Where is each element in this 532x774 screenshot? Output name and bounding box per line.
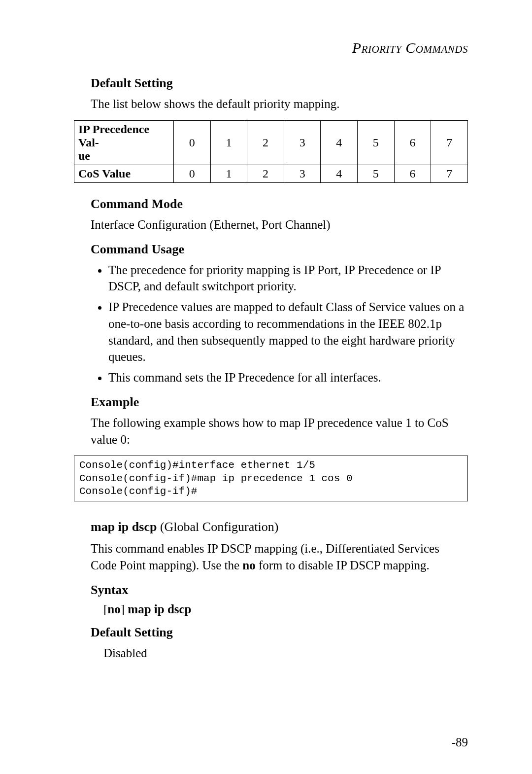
cell-value: 0 (174, 165, 211, 182)
list-item: IP Precedence values are mapped to defau… (108, 299, 468, 365)
command-name: map ip dscp (91, 520, 157, 534)
cell-value: 2 (247, 165, 284, 182)
cell-value: 1 (210, 165, 247, 182)
cell-value: 3 (284, 120, 321, 165)
console-block: Console(config)#interface ethernet 1/5 C… (74, 456, 468, 501)
heading-syntax: Syntax (91, 583, 468, 598)
syntax-line: [no] map ip dscp (103, 602, 468, 616)
command-mode-text: Interface Configuration (Ethernet, Port … (91, 216, 468, 233)
heading-command-mode: Command Mode (91, 197, 468, 211)
cell-value: 2 (247, 120, 284, 165)
cell-value: 3 (284, 165, 321, 182)
cell-value: 5 (358, 165, 395, 182)
example-intro: The following example shows how to map I… (91, 415, 468, 448)
command-context: (Global Configuration) (157, 520, 278, 534)
list-item: This command sets the IP Precedence for … (108, 369, 468, 386)
cell-value: 4 (321, 165, 358, 182)
command-description: This command enables IP DSCP mapping (i.… (91, 540, 468, 574)
list-item: The precedence for priority mapping is I… (108, 262, 468, 295)
heading-example: Example (91, 395, 468, 410)
table-row: CoS Value 0 1 2 3 4 5 6 7 (74, 165, 468, 182)
cell-value: 6 (394, 165, 431, 182)
page-number: -89 (452, 736, 468, 749)
heading-command-usage: Command Usage (91, 242, 468, 257)
running-head: Priority Commands (74, 39, 468, 56)
heading-default-setting: Default Setting (91, 76, 468, 91)
table-row: IP Precedence Val- ue 0 1 2 3 4 5 6 7 (74, 120, 468, 165)
default-setting-intro: The list below shows the default priorit… (91, 96, 468, 112)
cell-value: 0 (174, 120, 211, 165)
default-setting-value: Disabled (103, 645, 468, 662)
priority-mapping-table: IP Precedence Val- ue 0 1 2 3 4 5 6 7 Co… (74, 120, 468, 183)
cell-value: 6 (394, 120, 431, 165)
heading-default-setting-2: Default Setting (91, 625, 468, 640)
command-title-map-ip-dscp: map ip dscp (Global Configuration) (91, 518, 468, 535)
row-label-ip-precedence: IP Precedence Val- ue (74, 120, 174, 165)
cell-value: 7 (431, 165, 468, 182)
cell-value: 4 (321, 120, 358, 165)
usage-bullet-list: The precedence for priority mapping is I… (96, 262, 468, 386)
page: Priority Commands Default Setting The li… (0, 0, 532, 774)
row-label-cos: CoS Value (74, 165, 174, 182)
cell-value: 7 (431, 120, 468, 165)
cell-value: 1 (210, 120, 247, 165)
cell-value: 5 (358, 120, 395, 165)
